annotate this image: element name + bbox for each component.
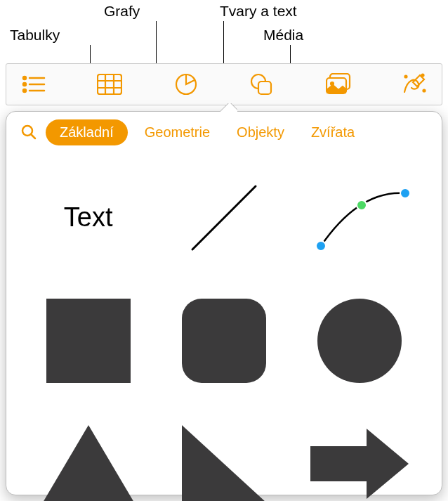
callout-media: Média <box>263 27 303 44</box>
shape-square[interactable] <box>31 289 145 391</box>
charts-icon[interactable] <box>171 70 201 99</box>
category-bar: Základní Geometrie Objekty Zvířata <box>6 112 442 152</box>
svg-marker-30 <box>182 425 266 502</box>
callout-tables: Tabulky <box>10 27 60 44</box>
shape-circle[interactable] <box>303 289 417 391</box>
popover-arrow <box>220 103 237 112</box>
svg-rect-13 <box>258 82 271 94</box>
callout-shapes-text: Tvary a text <box>220 3 297 20</box>
shape-text[interactable]: Text <box>31 167 145 268</box>
shape-triangle[interactable] <box>31 412 145 501</box>
svg-point-4 <box>23 89 26 92</box>
svg-point-2 <box>23 83 26 86</box>
callout-charts: Grafy <box>104 3 140 20</box>
search-icon[interactable] <box>19 122 39 142</box>
svg-line-21 <box>31 134 35 138</box>
shapes-popover: Základní Geometrie Objekty Zvířata Text <box>6 111 442 495</box>
svg-point-19 <box>423 90 425 92</box>
svg-point-24 <box>400 188 410 198</box>
shape-curve[interactable] <box>303 167 417 268</box>
shape-arrow-right[interactable] <box>303 412 417 501</box>
toolbar <box>6 63 442 105</box>
svg-rect-6 <box>98 74 121 94</box>
svg-marker-31 <box>310 429 409 499</box>
shape-line[interactable] <box>166 167 281 268</box>
category-geometry[interactable]: Geometrie <box>135 119 220 145</box>
svg-point-0 <box>23 77 26 79</box>
category-basic[interactable]: Základní <box>46 119 128 145</box>
svg-rect-26 <box>46 299 131 383</box>
svg-marker-29 <box>43 425 134 502</box>
svg-point-25 <box>357 200 367 210</box>
shapes-icon[interactable] <box>247 70 277 99</box>
svg-rect-27 <box>182 299 266 383</box>
draw-icon[interactable] <box>400 70 429 99</box>
list-icon[interactable] <box>19 70 48 99</box>
svg-point-18 <box>404 76 407 78</box>
svg-point-28 <box>317 299 402 383</box>
shape-right-triangle[interactable] <box>166 412 281 501</box>
text-shape-label: Text <box>64 202 113 233</box>
svg-point-17 <box>421 74 423 77</box>
category-objects[interactable]: Objekty <box>227 119 294 145</box>
media-icon[interactable] <box>324 70 353 99</box>
tables-icon[interactable] <box>95 70 124 99</box>
shape-rounded-square[interactable] <box>166 289 281 391</box>
svg-point-23 <box>316 241 326 251</box>
shapes-grid: Text <box>6 152 442 501</box>
svg-line-22 <box>192 186 256 249</box>
category-animals[interactable]: Zvířata <box>301 119 364 145</box>
